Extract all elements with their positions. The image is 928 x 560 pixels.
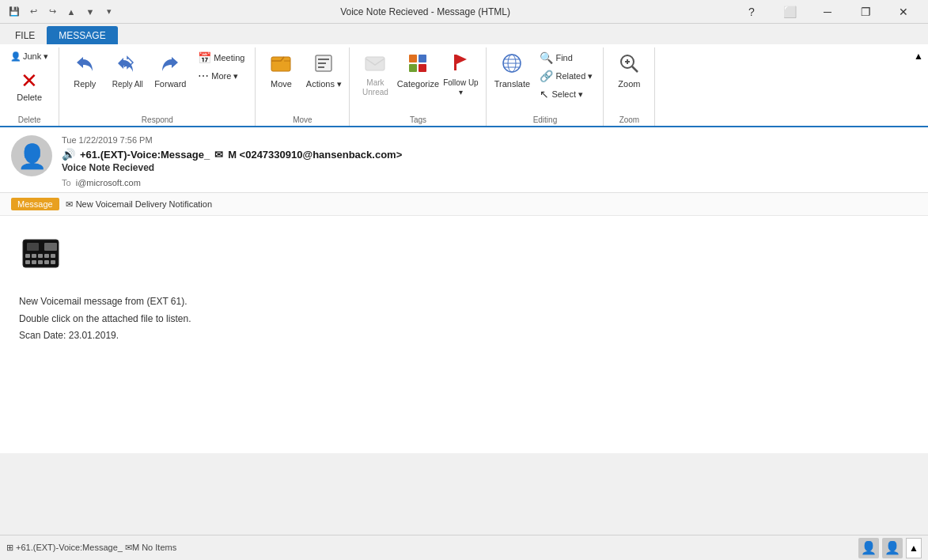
- avatar: 👤: [11, 135, 52, 176]
- zoom-button[interactable]: Zoom: [608, 47, 650, 95]
- select-button[interactable]: ↖ Select ▾: [534, 85, 598, 103]
- message-container: 👤 Tue 1/22/2019 7:56 PM 🔊 +61.(EXT)-Voic…: [0, 127, 928, 453]
- svg-rect-10: [454, 55, 456, 70]
- move-button[interactable]: Move: [260, 47, 301, 95]
- body-line2: Double click on the attached file to lis…: [19, 311, 909, 328]
- message-header: 👤 Tue 1/22/2019 7:56 PM 🔊 +61.(EXT)-Voic…: [0, 127, 928, 193]
- status-avatar-icon-2: 👤: [884, 540, 900, 555]
- body-line1: New Voicemail message from (EXT 61).: [19, 293, 909, 311]
- svg-line-18: [632, 66, 638, 72]
- svg-rect-3: [318, 62, 326, 64]
- ribbon-group-move-items: Move Actions ▾: [260, 47, 344, 114]
- delete-icon: ✕: [21, 70, 38, 91]
- meeting-more-col: 📅 Meeting ⋯ More ▾: [192, 47, 250, 85]
- ribbon-group-respond-items: Reply Reply All Forward 📅 Meeting: [64, 47, 250, 114]
- status-right: 👤 👤 ▲: [858, 538, 922, 558]
- undo-button[interactable]: ↩: [25, 4, 41, 20]
- tab-message[interactable]: MESSAGE: [47, 26, 117, 44]
- actions-button[interactable]: Actions ▾: [303, 47, 344, 95]
- svg-rect-28: [25, 260, 30, 264]
- ribbon-collapse-button[interactable]: ▲: [914, 51, 923, 62]
- categorize-button[interactable]: Categorize: [397, 47, 438, 95]
- voicemail-icon: [19, 232, 62, 282]
- mark-unread-button[interactable]: Mark Unread: [354, 47, 396, 101]
- message-to: To i@microsoft.com: [11, 178, 917, 187]
- up-button[interactable]: ▲: [63, 4, 79, 20]
- tab-file[interactable]: FILE: [3, 26, 47, 44]
- delete-button[interactable]: ✕ Delete: [12, 66, 47, 114]
- ribbon-group-tags-label: Tags: [410, 115, 426, 124]
- ribbon-group-tags-items: Mark Unread Categorize Follow Up ▾: [354, 47, 481, 114]
- body-line3: Scan Date: 23.01.2019.: [19, 327, 909, 345]
- person-icon: 👤: [10, 51, 21, 62]
- message-header-top: 👤 Tue 1/22/2019 7:56 PM 🔊 +61.(EXT)-Voic…: [11, 135, 917, 176]
- ribbon-group-zoom: Zoom Zoom: [604, 47, 655, 126]
- categorize-icon: [407, 52, 429, 78]
- title-bar: 💾 ↩ ↪ ▲ ▼ ▾ Voice Note Recieved - Messag…: [0, 0, 928, 24]
- attachments-row: Message ✉ New Voicemail Delivery Notific…: [0, 193, 928, 216]
- title-bar-left: 💾 ↩ ↪ ▲ ▼ ▾: [6, 4, 117, 20]
- ribbon-tab-bar: FILE MESSAGE: [0, 24, 928, 44]
- meeting-button[interactable]: 📅 Meeting: [192, 49, 250, 66]
- ribbon-group-zoom-items: Zoom: [608, 47, 650, 114]
- ribbon-group-delete: 👤 Junk ▾ ✕ Delete Delete: [0, 47, 59, 126]
- status-left: ⊞ +61.(EXT)-Voice:Message_ ✉M No Items: [6, 543, 176, 553]
- attachment-file[interactable]: ✉ New Voicemail Delivery Notification: [66, 199, 212, 210]
- meeting-icon: 📅: [198, 51, 211, 64]
- window-controls: ? ⬜ ─ ❐ ✕: [733, 0, 922, 24]
- find-icon: 🔍: [540, 51, 553, 64]
- quick-access-toolbar: 💾 ↩ ↪ ▲ ▼ ▾: [6, 4, 117, 20]
- message-subject: Voice Note Recieved: [62, 162, 917, 173]
- envelope-icon: ✉: [214, 149, 223, 161]
- svg-rect-6: [409, 55, 417, 62]
- reply-button[interactable]: Reply: [64, 47, 105, 95]
- ribbon-group-move: Move Actions ▾ Move: [256, 47, 350, 126]
- translate-button[interactable]: Translate: [491, 47, 532, 95]
- more-button[interactable]: ⋯ More ▾: [192, 67, 250, 85]
- ribbon-group-delete-label: Delete: [18, 115, 41, 124]
- svg-rect-2: [318, 59, 329, 60]
- save-button[interactable]: 💾: [6, 4, 22, 20]
- ribbon-group-delete-items: 👤 Junk ▾ ✕ Delete: [5, 47, 54, 114]
- status-bar: ⊞ +61.(EXT)-Voice:Message_ ✉M No Items 👤…: [0, 535, 928, 560]
- reply-all-button[interactable]: Reply All: [107, 47, 148, 95]
- svg-rect-23: [25, 254, 30, 258]
- find-button[interactable]: 🔍 Find: [534, 49, 598, 66]
- translate-icon: [501, 52, 523, 78]
- close-button[interactable]: ✕: [885, 0, 922, 24]
- junk-button[interactable]: 👤 Junk ▾: [5, 47, 54, 65]
- customize-button[interactable]: ▾: [101, 4, 117, 20]
- svg-rect-25: [38, 254, 43, 258]
- body-text: New Voicemail message from (EXT 61). Dou…: [19, 293, 909, 345]
- svg-rect-31: [44, 260, 49, 264]
- to-label: To: [62, 178, 71, 187]
- down-button[interactable]: ▼: [82, 4, 98, 20]
- forward-button[interactable]: Forward: [150, 47, 191, 95]
- more-icon: ⋯: [198, 70, 209, 82]
- ribbon-group-move-label: Move: [293, 115, 312, 124]
- svg-rect-29: [32, 260, 36, 264]
- message-meta: Tue 1/22/2019 7:56 PM 🔊 +61.(EXT)-Voice:…: [62, 135, 917, 175]
- related-button[interactable]: 🔗 Related ▾: [534, 67, 598, 85]
- minimize-button[interactable]: ─: [809, 0, 846, 24]
- reply-icon: [74, 52, 96, 78]
- svg-rect-30: [38, 260, 43, 264]
- svg-rect-7: [419, 55, 426, 62]
- status-scroll-up-button[interactable]: ▲: [906, 538, 922, 558]
- svg-marker-11: [456, 55, 467, 64]
- ribbon-display-button[interactable]: ⬜: [771, 0, 808, 24]
- move-icon: [270, 52, 292, 78]
- ribbon-group-editing-items: Translate 🔍 Find 🔗 Related ▾ ↖ Select ▾: [491, 47, 598, 114]
- svg-rect-26: [44, 254, 49, 258]
- svg-rect-4: [318, 66, 324, 68]
- redo-button[interactable]: ↪: [44, 4, 60, 20]
- message-date: Tue 1/22/2019 7:56 PM: [62, 135, 917, 145]
- help-button[interactable]: ?: [733, 0, 770, 24]
- ribbon-collapse[interactable]: ▲: [909, 47, 928, 126]
- to-address: i@microsoft.com: [76, 178, 141, 187]
- ribbon: 👤 Junk ▾ ✕ Delete Delete Reply: [0, 44, 928, 127]
- window-title: Voice Note Recieved - Message (HTML): [340, 6, 510, 17]
- svg-rect-0: [271, 57, 290, 71]
- restore-button[interactable]: ❐: [847, 0, 884, 24]
- follow-up-button[interactable]: Follow Up ▾: [440, 47, 481, 101]
